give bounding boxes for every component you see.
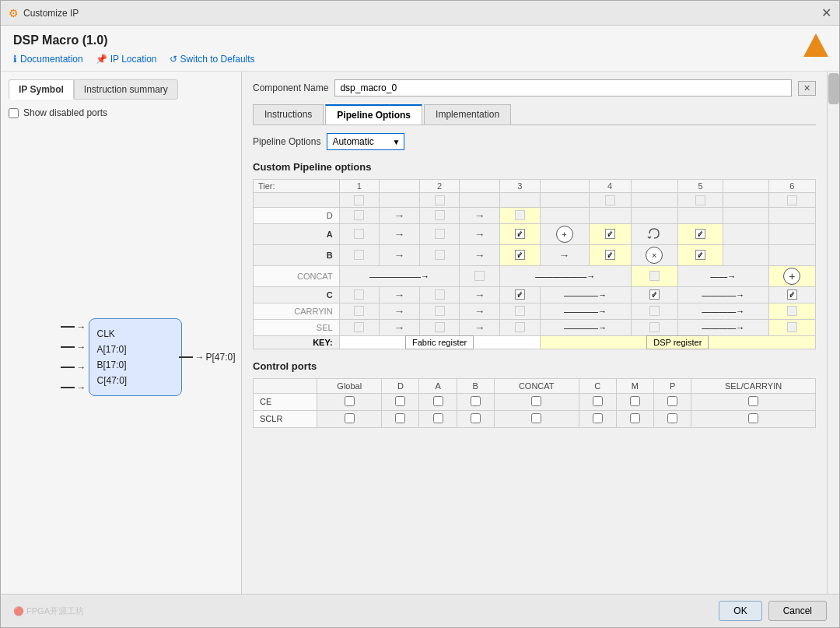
cb-a-1 xyxy=(354,229,364,239)
wire-c xyxy=(61,387,75,388)
cb-a-5[interactable]: ✓ xyxy=(695,229,705,239)
control-row-ce: CE xyxy=(254,393,816,410)
loop-icon-a xyxy=(646,226,662,241)
td-concat-big-plus: + xyxy=(768,265,815,286)
cb-ce-m[interactable] xyxy=(630,396,640,406)
show-disabled-ports-checkbox[interactable] xyxy=(9,108,19,118)
cb-sclr-b[interactable] xyxy=(471,413,481,423)
documentation-link[interactable]: ℹ Documentation xyxy=(13,54,83,65)
td-c-1b: → xyxy=(380,286,420,303)
cb-carryin-3 xyxy=(515,306,525,316)
cb-sclr-d[interactable] xyxy=(395,413,405,423)
tab-instructions[interactable]: Instructions xyxy=(253,104,324,125)
component-name-clear-button[interactable]: ✕ xyxy=(798,81,816,96)
carryin-long-arrow-2: ————→ xyxy=(702,307,744,316)
cb-b-3[interactable]: ✓ xyxy=(515,250,525,260)
scrollbar[interactable] xyxy=(827,72,839,594)
cb-tier-5 xyxy=(695,195,705,205)
title-bar-left: ⚙ Customize IP xyxy=(9,7,79,19)
arrow-c: → xyxy=(77,382,86,393)
cb-sclr-c[interactable] xyxy=(593,413,603,423)
cb-ce-b[interactable] xyxy=(471,396,481,406)
arrow-b-3: → xyxy=(559,249,570,261)
table-header-row: Tier: 1 2 3 4 5 6 xyxy=(254,180,816,193)
concat-long-arrow-1: ——————→ xyxy=(369,272,429,281)
td-tier-3b xyxy=(540,193,589,208)
cancel-button[interactable]: Cancel xyxy=(768,601,827,621)
component-name-input[interactable] xyxy=(334,79,792,96)
th-ctrl-c: C xyxy=(579,378,616,393)
wire-a xyxy=(61,346,75,348)
tab-implementation[interactable]: Implementation xyxy=(424,104,511,125)
cb-ce-a[interactable] xyxy=(433,396,443,406)
cb-sclr-concat[interactable] xyxy=(531,413,541,423)
td-ce-label: CE xyxy=(254,393,317,410)
customize-ip-window: ⚙ Customize IP ✕ DSP Macro (1.0) ℹ Docum… xyxy=(0,0,840,628)
td-tier-1b xyxy=(380,193,420,208)
arrow-b: → xyxy=(77,362,86,373)
cb-sclr-p[interactable] xyxy=(667,413,677,423)
tab-pipeline-options[interactable]: Pipeline Options xyxy=(325,104,422,125)
right-tabs: Instructions Pipeline Options Implementa… xyxy=(253,104,816,125)
cb-ce-d[interactable] xyxy=(395,396,405,406)
pipeline-table: Tier: 1 2 3 4 5 6 xyxy=(253,179,816,349)
cb-sel-1 xyxy=(354,322,364,332)
cb-concat-4 xyxy=(649,271,660,281)
cb-c-4[interactable]: ✓ xyxy=(649,289,660,300)
output-wire xyxy=(179,356,193,358)
th-tier: Tier: xyxy=(254,180,340,193)
cb-sclr-m[interactable] xyxy=(630,413,640,423)
td-a-3b: + xyxy=(540,223,589,244)
arrow-d-2: → xyxy=(474,209,485,222)
cb-c-1 xyxy=(354,289,364,300)
control-row-sclr: SCLR xyxy=(254,410,816,427)
output-port: → P[47:0] xyxy=(179,352,235,363)
cb-sel-2 xyxy=(435,322,445,332)
table-row-b: B → → ✓ → ✓ × ✓ xyxy=(254,244,816,265)
arrow-carryin-1: → xyxy=(394,305,405,318)
pipeline-options-select[interactable]: Automatic Manual xyxy=(327,133,404,150)
th-2b xyxy=(460,180,500,193)
cb-sclr-sel[interactable] xyxy=(748,413,758,423)
ip-location-link[interactable]: 📌 IP Location xyxy=(96,54,157,65)
cb-b-4[interactable]: ✓ xyxy=(605,250,615,260)
arrow-b-2: → xyxy=(474,249,485,261)
cb-ce-sel[interactable] xyxy=(748,396,758,406)
cb-a-3[interactable]: ✓ xyxy=(515,229,525,239)
cb-ce-p[interactable] xyxy=(667,396,677,406)
tab-instruction-summary[interactable]: Instruction summary xyxy=(74,79,178,100)
td-sclr-label: SCLR xyxy=(254,410,317,427)
cb-b-5[interactable]: ✓ xyxy=(695,250,705,260)
td-ce-c xyxy=(579,393,616,410)
scrollbar-thumb[interactable] xyxy=(828,73,839,104)
td-c-1 xyxy=(339,286,380,303)
cb-sclr-global[interactable] xyxy=(345,413,355,423)
td-b-label: B xyxy=(254,244,340,265)
td-c-arrow2: ————→ xyxy=(677,286,768,303)
cb-sclr-a[interactable] xyxy=(433,413,443,423)
cb-c-5[interactable]: ✓ xyxy=(787,289,797,300)
cb-c-3[interactable]: ✓ xyxy=(515,289,525,300)
close-button[interactable]: ✕ xyxy=(821,5,831,20)
sel-long-arrow: ————→ xyxy=(564,323,607,332)
arrow-d-1: → xyxy=(394,209,405,222)
symbol-box: CLK A[17:0] B[17:0] C[47:0] → P[47:0] xyxy=(89,318,182,396)
th-2: 2 xyxy=(419,180,460,193)
c-long-arrow: ————→ xyxy=(564,290,607,300)
cb-ce-concat[interactable] xyxy=(531,396,541,406)
td-sclr-d xyxy=(382,410,419,427)
cb-ce-global[interactable] xyxy=(345,396,355,406)
td-b-2 xyxy=(419,244,460,265)
ok-button[interactable]: OK xyxy=(719,601,761,621)
td-d-3b xyxy=(540,207,589,223)
td-d-6 xyxy=(768,207,815,223)
window-title: Customize IP xyxy=(23,8,79,19)
td-carryin-label: CARRYIN xyxy=(254,303,340,319)
watermark-text: 🔴 FPGA开源工坊 xyxy=(13,605,84,617)
switch-defaults-link[interactable]: ↺ Switch to Defaults xyxy=(170,54,255,65)
cb-a-4[interactable]: ✓ xyxy=(605,229,615,239)
tab-ip-symbol[interactable]: IP Symbol xyxy=(9,79,74,100)
td-sel-2b: → xyxy=(460,319,500,335)
td-sclr-b xyxy=(457,410,494,427)
cb-ce-c[interactable] xyxy=(593,396,603,406)
